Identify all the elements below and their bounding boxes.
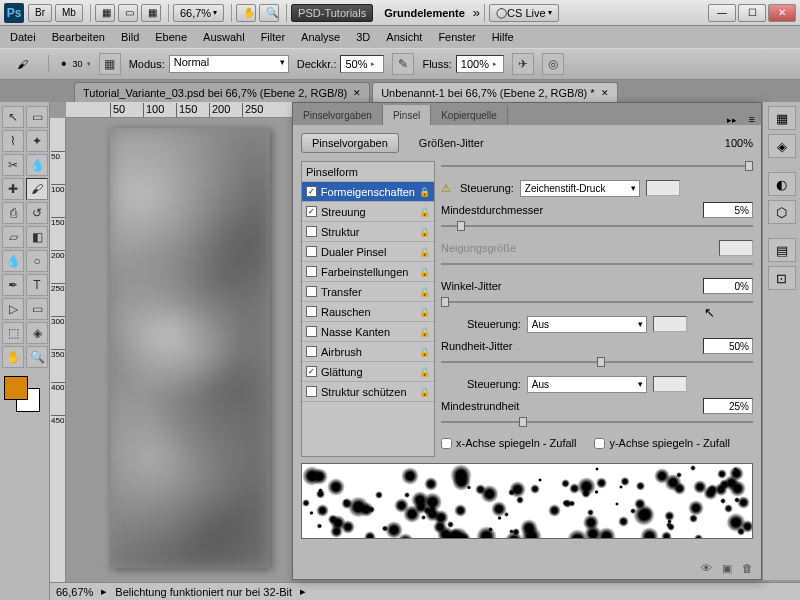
checkbox-icon[interactable] (306, 286, 317, 297)
panel-collapse-icon[interactable]: ▸▸ (721, 115, 743, 125)
lock-icon[interactable]: 🔒 (419, 207, 430, 217)
mindest-durchmesser-slider[interactable] (441, 221, 753, 231)
zoom-readout[interactable]: 66,67% (56, 586, 93, 598)
menu-datei[interactable]: Datei (10, 31, 36, 43)
groessen-jitter-input[interactable]: 100% (725, 137, 753, 149)
steuerung-select-2[interactable]: Aus (527, 316, 647, 333)
cslive-button[interactable]: ◯ CS Live▾ (489, 4, 559, 22)
airbrush-button[interactable]: ✈ (512, 53, 534, 75)
dock-properties-icon[interactable]: ⊡ (768, 266, 796, 290)
eyedropper-tool[interactable]: 💧 (26, 154, 48, 176)
winkel-jitter-input[interactable]: 0% (703, 278, 753, 294)
lock-icon[interactable]: 🔒 (419, 247, 430, 257)
lock-icon[interactable]: 🔒 (419, 287, 430, 297)
view-extras-button[interactable]: ▦ (95, 4, 115, 22)
menu-filter[interactable]: Filter (261, 31, 285, 43)
checkbox-icon[interactable] (306, 386, 317, 397)
brush-option-item[interactable]: Struktur🔒 (302, 222, 434, 242)
brush-option-item[interactable]: ✓Formeigenschaften🔒 (302, 182, 434, 202)
brush-option-item[interactable]: Struktur schützen🔒 (302, 382, 434, 402)
menu-bild[interactable]: Bild (121, 31, 139, 43)
steuerung-select-1[interactable]: Zeichenstift-Druck (520, 180, 640, 197)
chevron-right-icon[interactable]: ▸ (101, 585, 107, 598)
dock-channels-icon[interactable]: ▤ (768, 238, 796, 262)
brush-option-item[interactable]: ✓Glättung🔒 (302, 362, 434, 382)
checkbox-icon[interactable]: ✓ (306, 366, 317, 377)
lock-icon[interactable]: 🔒 (419, 267, 430, 277)
checkbox-icon[interactable] (306, 246, 317, 257)
dock-layers-icon[interactable]: ◈ (768, 134, 796, 158)
checkbox-icon[interactable] (306, 306, 317, 317)
tab-pinselvorgaben[interactable]: Pinselvorgaben (293, 105, 383, 125)
checkbox-icon[interactable] (306, 266, 317, 277)
toggle-preview-icon[interactable]: 👁 (701, 562, 712, 575)
new-preset-icon[interactable]: ▣ (722, 562, 732, 575)
dodge-tool[interactable]: ○ (26, 250, 48, 272)
type-tool[interactable]: T (26, 274, 48, 296)
chevron-double-right-icon[interactable]: » (473, 5, 480, 20)
lock-icon[interactable]: 🔒 (419, 307, 430, 317)
checkbox-icon[interactable] (306, 226, 317, 237)
lock-icon[interactable]: 🔒 (419, 367, 430, 377)
brush-option-item[interactable]: Farbeinstellungen🔒 (302, 262, 434, 282)
steuerung-select-3[interactable]: Aus (527, 376, 647, 393)
panel-menu-icon[interactable]: ≡ (743, 113, 761, 125)
minimize-button[interactable]: — (708, 4, 736, 22)
brush-option-item[interactable]: Pinselform (302, 162, 434, 182)
flow-input[interactable]: 100%▸ (456, 55, 504, 73)
history-brush-tool[interactable]: ↺ (26, 202, 48, 224)
lock-icon[interactable]: 🔒 (419, 387, 430, 397)
checkbox-icon[interactable] (306, 346, 317, 357)
menu-auswahl[interactable]: Auswahl (203, 31, 245, 43)
brush-option-item[interactable]: Dualer Pinsel🔒 (302, 242, 434, 262)
zoom-tool[interactable]: 🔍 (26, 346, 48, 368)
shape-tool[interactable]: ▭ (26, 298, 48, 320)
dock-paths-icon[interactable]: ⬡ (768, 200, 796, 224)
menu-ebene[interactable]: Ebene (155, 31, 187, 43)
healing-tool[interactable]: ✚ (2, 178, 24, 200)
rundheit-jitter-input[interactable]: 50% (703, 338, 753, 354)
minibridge-button[interactable]: Mb (55, 4, 83, 22)
opacity-input[interactable]: 50%▸ (340, 55, 384, 73)
document-tab[interactable]: Tutorial_Variante_03.psd bei 66,7% (Eben… (74, 82, 370, 102)
winkel-jitter-slider[interactable] (441, 297, 753, 307)
eraser-tool[interactable]: ▱ (2, 226, 24, 248)
crop-tool[interactable]: ✂ (2, 154, 24, 176)
gradient-tool[interactable]: ◧ (26, 226, 48, 248)
maximize-button[interactable]: ☐ (738, 4, 766, 22)
lock-icon[interactable]: 🔒 (419, 347, 430, 357)
brush-panel-toggle[interactable]: ▦ (99, 53, 121, 75)
groessen-jitter-slider[interactable] (441, 161, 753, 171)
zoom-button[interactable]: 🔍 (259, 4, 279, 22)
tablet-pressure-button[interactable]: ◎ (542, 53, 564, 75)
mode-select[interactable]: Normal (169, 55, 289, 73)
pen-tool[interactable]: ✒ (2, 274, 24, 296)
chevron-right-icon[interactable]: ▸ (300, 585, 306, 598)
view-guides-button[interactable]: ▦ (141, 4, 161, 22)
foreground-swatch[interactable] (4, 376, 28, 400)
dock-adjustments-icon[interactable]: ◐ (768, 172, 796, 196)
opacity-pressure-button[interactable]: ✎ (392, 53, 414, 75)
blur-tool[interactable]: 💧 (2, 250, 24, 272)
close-icon[interactable]: ✕ (353, 88, 361, 98)
checkbox-icon[interactable]: ✓ (306, 206, 317, 217)
menu-3d[interactable]: 3D (356, 31, 370, 43)
y-mirror-checkbox[interactable]: y-Achse spiegeln - Zufall (594, 437, 729, 449)
menu-hilfe[interactable]: Hilfe (492, 31, 514, 43)
bridge-button[interactable]: Br (28, 4, 52, 22)
menu-fenster[interactable]: Fenster (438, 31, 475, 43)
trash-icon[interactable]: 🗑 (742, 562, 753, 575)
zoom-display[interactable]: 66,7%▾ (173, 4, 224, 22)
move-tool[interactable]: ↖ (2, 106, 24, 128)
checkbox-icon[interactable] (306, 326, 317, 337)
brush-option-item[interactable]: Airbrush🔒 (302, 342, 434, 362)
document-tab[interactable]: Unbenannt-1 bei 66,7% (Ebene 2, RGB/8) *… (372, 82, 617, 102)
path-select-tool[interactable]: ▷ (2, 298, 24, 320)
hand-tool[interactable]: ✋ (2, 346, 24, 368)
brush-tool-icon[interactable]: 🖌 (8, 53, 36, 75)
wand-tool[interactable]: ✦ (26, 130, 48, 152)
brush-option-item[interactable]: Transfer🔒 (302, 282, 434, 302)
stamp-tool[interactable]: ⎙ (2, 202, 24, 224)
lock-icon[interactable]: 🔒 (419, 227, 430, 237)
3d-tool[interactable]: ⬚ (2, 322, 24, 344)
